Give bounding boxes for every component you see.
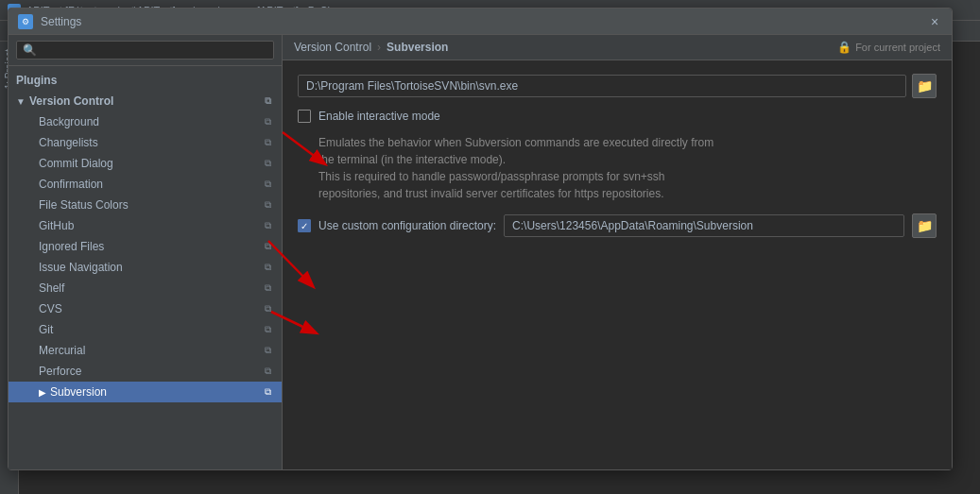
subversion-expand-icon: ▶ xyxy=(39,387,46,398)
content-panel: Version Control › Subversion 🔒 For curre… xyxy=(283,35,952,469)
nav-icon-ignored-files: ⧉ xyxy=(261,240,274,253)
svn-path-folder-button[interactable]: 📁 xyxy=(912,74,937,98)
nav-icon-file-status-colors: ⧉ xyxy=(261,198,274,212)
breadcrumb-current: Subversion xyxy=(387,41,448,54)
version-control-label: Version Control xyxy=(29,94,113,108)
breadcrumb-parent: Version Control xyxy=(294,41,371,54)
nav-item-git[interactable]: Git ⧉ xyxy=(9,319,282,340)
custom-config-folder-button[interactable]: 📁 xyxy=(912,213,937,238)
dialog-body: Plugins ▼ Version Control ⧉ Background ⧉ xyxy=(9,35,952,469)
nav-icon-perforce: ⧉ xyxy=(261,365,274,378)
nav-item-mercurial[interactable]: Mercurial ⧉ xyxy=(9,340,282,361)
custom-config-label: Use custom configuration directory: xyxy=(318,219,496,232)
nav-item-file-status-colors[interactable]: File Status Colors ⧉ xyxy=(9,195,282,215)
custom-config-checkbox[interactable]: ✓ xyxy=(298,219,311,232)
description-line-1: Emulates the behavior when Subversion co… xyxy=(318,134,937,151)
nav-icon-background: ⧉ xyxy=(261,115,274,128)
version-control-triangle: ▼ xyxy=(16,96,26,107)
custom-config-row: ✓ Use custom configuration directory: 📁 xyxy=(298,213,937,238)
svn-path-input[interactable] xyxy=(298,75,906,97)
nav-item-ignored-files[interactable]: Ignored Files ⧉ xyxy=(9,236,282,257)
description-line-3: This is required to handle password/pass… xyxy=(318,168,937,185)
interactive-mode-row: Enable interactive mode xyxy=(298,110,937,123)
nav-item-cvs[interactable]: CVS ⧉ xyxy=(9,298,282,319)
dialog-title: Settings xyxy=(41,15,927,28)
search-bar xyxy=(9,35,282,66)
svg-line-3 xyxy=(283,312,311,331)
search-input[interactable] xyxy=(23,43,267,57)
nav-icon-github: ⧉ xyxy=(261,219,274,232)
plugins-header: Plugins xyxy=(9,70,282,91)
app-body: 1: Project ⚙ Settings × xyxy=(0,42,980,494)
breadcrumb-separator: › xyxy=(377,41,381,54)
nav-item-subversion[interactable]: ▶ Subversion ⧉ xyxy=(9,382,282,402)
nav-item-perforce[interactable]: Perforce ⧉ xyxy=(9,361,282,382)
nav-icon-changelists: ⧉ xyxy=(261,136,274,149)
interactive-mode-checkbox[interactable] xyxy=(298,110,311,123)
nav-icon-commit-dialog: ⧉ xyxy=(261,157,274,170)
nav-item-github[interactable]: GitHub ⧉ xyxy=(9,215,282,236)
nav-icon-issue-navigation: ⧉ xyxy=(261,261,274,274)
custom-config-path-input[interactable] xyxy=(504,214,904,237)
interactive-mode-label: Enable interactive mode xyxy=(318,110,440,123)
content-area: 📁 Enable interactive mode Emulates the b… xyxy=(283,60,952,251)
nav-tree: Plugins ▼ Version Control ⧉ Background ⧉ xyxy=(9,66,282,469)
nav-item-issue-navigation[interactable]: Issue Navigation ⧉ xyxy=(9,257,282,278)
nav-icon-cvs: ⧉ xyxy=(261,302,274,315)
nav-item-changelists[interactable]: Changelists ⧉ xyxy=(9,132,282,153)
nav-icon-shelf: ⧉ xyxy=(261,281,274,295)
svn-path-row: 📁 xyxy=(298,74,937,98)
lock-icon: 🔒 xyxy=(837,41,851,54)
dialog-title-bar: ⚙ Settings × xyxy=(9,9,952,35)
breadcrumb-tag-label: For current project xyxy=(855,42,940,53)
version-control-icon: ⧉ xyxy=(261,94,274,108)
description-line-4: repositories, and trust invalid server c… xyxy=(318,185,937,202)
breadcrumb-bar: Version Control › Subversion 🔒 For curre… xyxy=(283,35,952,60)
nav-item-background[interactable]: Background ⧉ xyxy=(9,111,282,132)
nav-panel: Plugins ▼ Version Control ⧉ Background ⧉ xyxy=(9,35,283,469)
nav-icon-confirmation: ⧉ xyxy=(261,178,274,191)
nav-item-shelf[interactable]: Shelf ⧉ xyxy=(9,278,282,298)
nav-icon-subversion: ⧉ xyxy=(261,385,274,399)
version-control-section[interactable]: ▼ Version Control ⧉ xyxy=(9,91,282,111)
nav-icon-git: ⧉ xyxy=(261,323,274,336)
nav-item-commit-dialog[interactable]: Commit Dialog ⧉ xyxy=(9,153,282,174)
description-block: Emulates the behavior when Subversion co… xyxy=(318,134,937,202)
nav-icon-mercurial: ⧉ xyxy=(261,344,274,357)
settings-dialog: ⚙ Settings × Plugins xyxy=(8,8,953,470)
plugins-label: Plugins xyxy=(16,74,57,87)
description-line-2: the terminal (in the interactive mode). xyxy=(318,151,937,168)
search-wrapper xyxy=(16,41,274,60)
settings-dialog-icon: ⚙ xyxy=(18,14,33,29)
breadcrumb-tag: 🔒 For current project xyxy=(837,41,940,54)
dialog-close-button[interactable]: × xyxy=(927,14,942,29)
nav-item-confirmation[interactable]: Confirmation ⧉ xyxy=(9,174,282,195)
